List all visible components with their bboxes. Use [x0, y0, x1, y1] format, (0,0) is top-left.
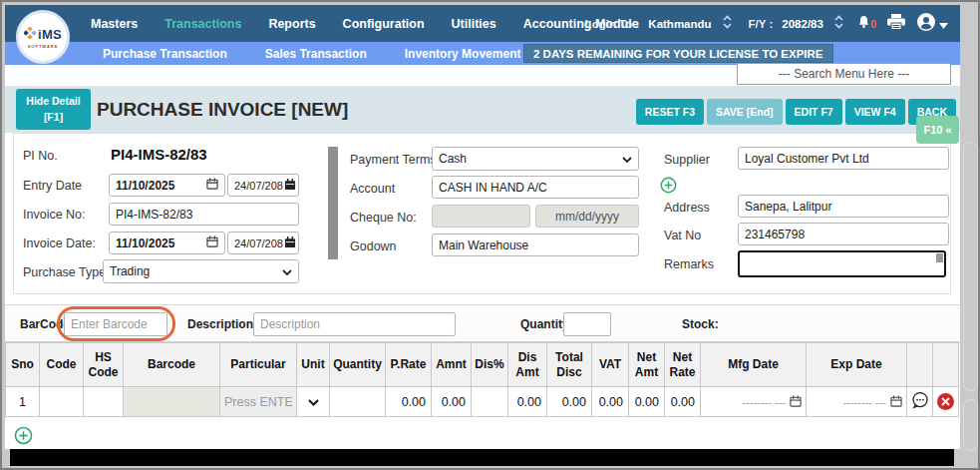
row-barcode-cell	[124, 387, 220, 417]
col-delete	[933, 343, 959, 387]
invoice-no-input[interactable]: PI4-IMS-82/83	[109, 203, 299, 226]
row-quantity-cell	[330, 387, 386, 417]
row-hs-code-input[interactable]	[84, 387, 123, 416]
print-button[interactable]	[885, 13, 907, 35]
app-logo[interactable]: iMS SOFTWARE	[16, 10, 70, 64]
login-to-value[interactable]: Kathmandu	[648, 18, 711, 30]
description-input[interactable]	[253, 312, 456, 336]
calendar-icon[interactable]	[284, 236, 296, 250]
f10-collapse-button[interactable]: F10 «	[916, 116, 959, 144]
row-particular-input[interactable]	[220, 387, 296, 416]
menu-transactions[interactable]: Transactions	[164, 17, 241, 31]
scrollbar-track[interactable]	[963, 399, 978, 451]
add-row-button[interactable]	[14, 426, 33, 449]
user-menu-button[interactable]	[916, 12, 948, 36]
cheque-no-label: Cheque No:	[350, 211, 417, 225]
resize-grip-icon[interactable]	[936, 253, 943, 262]
logo-pinwheel-icon	[24, 25, 36, 43]
row-dis-amt[interactable]: 0.00	[508, 387, 547, 417]
account-label: Account	[350, 182, 395, 196]
add-supplier-button[interactable]	[660, 177, 677, 198]
row-mfg-date-input[interactable]: -------- ---	[701, 387, 806, 416]
invoice-date-bs-input[interactable]: 24/07/208	[227, 232, 299, 254]
row-exp-date-input[interactable]: -------- ---	[807, 387, 906, 416]
row-net-rate: 0.00	[665, 387, 701, 417]
fy-label: F/Y :	[749, 18, 774, 30]
submenu-purchase-transaction[interactable]: Purchase Transaction	[103, 47, 227, 61]
godown-input[interactable]: Main Warehouse	[432, 234, 639, 256]
row-code-input[interactable]	[40, 387, 83, 416]
account-value: CASH IN HAND A/C	[439, 181, 547, 195]
menu-configuration[interactable]: Configuration	[343, 17, 425, 31]
godown-value: Main Warehouse	[439, 238, 528, 252]
table-row: 1 0.00 0.00 0.00 0.00 0.00 0.00 0.00	[6, 387, 959, 417]
sub-nav: Purchase Transaction Sales Transaction I…	[5, 42, 960, 65]
entry-date-bs-input[interactable]: 24/07/208	[227, 174, 299, 197]
search-menu-input[interactable]	[737, 63, 951, 85]
calendar-icon[interactable]	[284, 179, 296, 193]
submenu-sales-transaction[interactable]: Sales Transaction	[265, 47, 367, 61]
col-net-amt: Net Amt	[629, 343, 665, 387]
row-unit-select[interactable]	[297, 387, 329, 416]
save-button[interactable]: SAVE [End]	[707, 99, 783, 125]
supplier-input[interactable]: Loyal Customer Pvt Ltd	[738, 147, 949, 170]
invoice-date-input[interactable]: 11/10/2025	[109, 232, 225, 254]
quantity-input[interactable]	[563, 312, 611, 336]
address-value: Sanepa, Lalitpur	[745, 200, 831, 214]
col-total-disc: Total Disc	[547, 343, 592, 387]
entry-date-input[interactable]: 11/10/2025	[109, 174, 225, 197]
scrollbar-track[interactable]	[963, 142, 978, 391]
row-total-disc: 0.00	[547, 387, 592, 417]
chevron-down-icon	[939, 15, 948, 33]
col-quantity: Quantity	[330, 343, 386, 387]
chevron-down-icon	[622, 152, 632, 166]
vat-no-label: Vat No	[664, 229, 701, 242]
purchase-type-select[interactable]: Trading	[103, 259, 299, 283]
row-delete-button[interactable]	[933, 387, 958, 416]
menu-masters[interactable]: Masters	[91, 17, 138, 31]
hide-detail-button[interactable]: Hide Detail [F1]	[16, 89, 91, 130]
plus-circle-icon	[660, 180, 677, 197]
fy-stepper-icon[interactable]	[834, 14, 843, 34]
calendar-icon[interactable]	[206, 178, 218, 193]
row-p-rate[interactable]: 0.00	[386, 387, 432, 417]
vat-no-input[interactable]: 231465798	[738, 223, 949, 245]
mfg-date-value: -------- ---	[743, 396, 786, 408]
remarks-textarea[interactable]	[738, 250, 946, 277]
menu-utilities[interactable]: Utilities	[452, 17, 496, 31]
calendar-icon	[790, 395, 802, 409]
description-label: Description:	[187, 317, 257, 331]
row-exp-date-cell: -------- ---	[807, 387, 907, 417]
payment-terms-select[interactable]: Cash	[432, 147, 639, 171]
login-to-stepper-icon[interactable]	[723, 14, 732, 34]
form-scrollbar[interactable]	[328, 147, 338, 259]
barcode-input[interactable]	[64, 312, 167, 336]
view-button[interactable]: VIEW F4	[845, 99, 905, 125]
fy-value[interactable]: 2082/83	[782, 18, 823, 30]
chevron-down-icon	[308, 395, 319, 409]
sub-menu: Purchase Transaction Sales Transaction I…	[103, 42, 520, 65]
col-dis-pct: Dis%	[472, 343, 508, 387]
row-barcode-input[interactable]	[124, 387, 219, 416]
row-dis-pct-cell	[472, 387, 508, 417]
menu-reports[interactable]: Reports	[268, 17, 315, 31]
calendar-icon[interactable]	[206, 235, 218, 250]
row-quantity-input[interactable]	[330, 387, 385, 416]
reset-button[interactable]: RESET F3	[636, 99, 704, 125]
address-input[interactable]: Sanepa, Lalitpur	[738, 195, 949, 218]
row-comment-button[interactable]	[907, 387, 932, 416]
top-nav: Masters Transactions Reports Configurati…	[5, 5, 960, 42]
account-input[interactable]: CASH IN HAND A/C	[432, 176, 639, 199]
plus-circle-icon	[14, 431, 33, 448]
row-particular-cell	[220, 387, 297, 417]
printer-icon	[885, 13, 907, 35]
submenu-inventory-movement[interactable]: Inventory Movement	[405, 47, 521, 61]
edit-button[interactable]: EDIT F7	[786, 99, 842, 125]
address-label: Address	[664, 201, 710, 215]
hide-detail-key-label: [F1]	[44, 110, 63, 125]
row-dis-pct-input[interactable]	[472, 387, 507, 416]
stock-label: Stock:	[682, 317, 719, 331]
notifications-button[interactable]: 0	[856, 14, 876, 34]
row-code-cell	[40, 387, 84, 417]
barcode-entry-band: BarCode Description: Quantity Stock:	[5, 304, 960, 342]
